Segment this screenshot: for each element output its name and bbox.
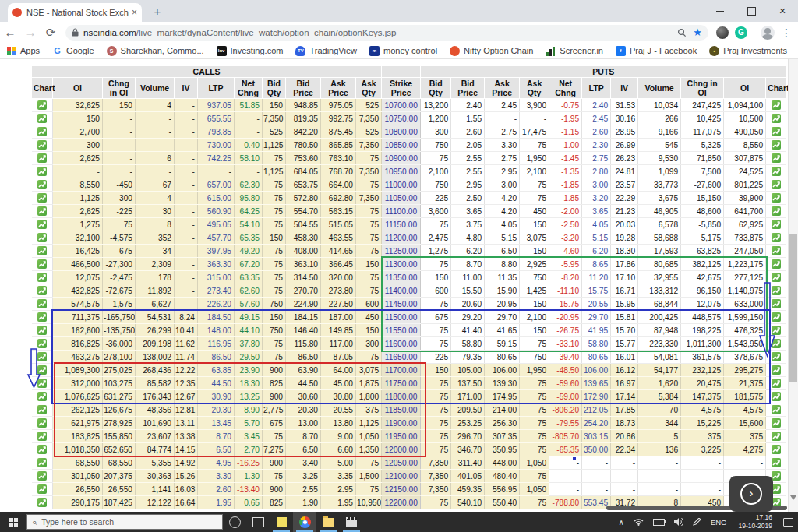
- puts-chart-icon[interactable]: [766, 125, 786, 139]
- puts-chart-icon[interactable]: [766, 178, 786, 192]
- calls-chart-icon[interactable]: [32, 496, 53, 509]
- back-button[interactable]: ←: [0, 26, 20, 39]
- calls-chart-icon[interactable]: [32, 205, 53, 218]
- chrome-button[interactable]: [293, 512, 316, 532]
- calls-chart-icon[interactable]: [32, 324, 53, 337]
- bookmark-star-icon[interactable]: ★: [693, 27, 702, 37]
- sticky-notes-button[interactable]: [270, 512, 293, 532]
- grammarly-icon[interactable]: G: [735, 26, 747, 39]
- calls-chart-icon[interactable]: [32, 443, 53, 456]
- bookmark-sharekhan[interactable]: SSharekhan, Commo...: [107, 46, 204, 56]
- puts-chart-icon[interactable]: [766, 152, 786, 165]
- calls-chart-icon[interactable]: [32, 245, 53, 258]
- bookmark-investing[interactable]: InvInvesting.com: [217, 46, 284, 56]
- task-view-button[interactable]: [246, 512, 270, 532]
- puts-chart-icon[interactable]: [766, 205, 786, 218]
- browser-tab[interactable]: NSE - National Stock Exchange o ×: [8, 3, 142, 22]
- calls-chart-icon[interactable]: [32, 417, 53, 430]
- bookmark-facebook[interactable]: fPraj J - Facebook: [616, 46, 697, 56]
- pen-icon[interactable]: [693, 518, 701, 526]
- puts-chart-icon[interactable]: [766, 351, 786, 364]
- puts-chart-icon[interactable]: [766, 456, 786, 470]
- calls-chart-icon[interactable]: [32, 112, 53, 125]
- puts-chart-icon[interactable]: [766, 377, 786, 390]
- bookmark-tradingview[interactable]: TVTradingView: [295, 46, 357, 56]
- battery-icon[interactable]: [653, 519, 665, 526]
- calls-chart-icon[interactable]: [32, 284, 53, 298]
- start-button[interactable]: [0, 512, 26, 532]
- calls-chart-icon[interactable]: [32, 139, 53, 152]
- bookmark-apps-grid[interactable]: Apps: [6, 46, 40, 55]
- close-button[interactable]: ✕: [767, 0, 798, 22]
- puts-chart-icon[interactable]: [766, 417, 786, 430]
- puts-chart-icon[interactable]: [766, 192, 786, 205]
- speaker-icon[interactable]: [674, 518, 683, 526]
- puts-chart-icon[interactable]: [766, 298, 786, 311]
- calls-chart-icon[interactable]: [32, 271, 53, 284]
- calls-chart-icon[interactable]: [32, 390, 53, 403]
- puts-chart-icon[interactable]: [766, 258, 786, 271]
- scroll-down-arrow-icon[interactable]: [790, 495, 796, 503]
- calls-chart-icon[interactable]: [32, 258, 53, 271]
- address-bar[interactable]: nseindia.com/live_market/dynaContent/liv…: [65, 25, 708, 41]
- calls-chart-icon[interactable]: [32, 470, 53, 483]
- bookmark-praj[interactable]: •Praj Investments: [709, 46, 787, 56]
- calls-chart-icon[interactable]: [32, 351, 53, 364]
- puts-chart-icon[interactable]: [766, 231, 786, 245]
- calls-chart-icon[interactable]: [32, 364, 53, 377]
- puts-chart-icon[interactable]: [766, 112, 786, 125]
- action-center-icon[interactable]: [783, 518, 793, 527]
- video-editor-button[interactable]: [340, 512, 363, 532]
- file-explorer-button[interactable]: [316, 512, 340, 532]
- calls-chart-icon[interactable]: [32, 311, 53, 324]
- browser-menu-icon[interactable]: ⋮: [781, 26, 792, 39]
- puts-chart-icon[interactable]: [766, 218, 786, 231]
- next-widget-button[interactable]: ›: [729, 476, 773, 512]
- calls-chart-icon[interactable]: [32, 456, 53, 470]
- calls-chart-icon[interactable]: [32, 483, 53, 496]
- extension-icon[interactable]: [716, 26, 729, 39]
- puts-chart-icon[interactable]: [766, 271, 786, 284]
- tab-close-icon[interactable]: ×: [132, 7, 137, 18]
- calls-chart-icon[interactable]: [32, 165, 53, 178]
- calls-chart-icon[interactable]: [32, 125, 53, 139]
- zoom-page-icon[interactable]: [677, 28, 687, 37]
- calls-chart-icon[interactable]: [32, 430, 53, 443]
- puts-chart-icon[interactable]: [766, 324, 786, 337]
- puts-chart-icon[interactable]: [766, 443, 786, 456]
- calls-chart-icon[interactable]: [32, 152, 53, 165]
- puts-chart-icon[interactable]: [766, 99, 786, 112]
- calls-chart-icon[interactable]: [32, 403, 53, 417]
- vertical-scrollbar[interactable]: [788, 59, 798, 512]
- cortana-button[interactable]: [223, 512, 246, 532]
- new-tab-button[interactable]: +: [150, 5, 165, 18]
- puts-chart-icon[interactable]: [766, 139, 786, 152]
- bookmark-screener[interactable]: Screener.in: [546, 46, 603, 56]
- puts-chart-icon[interactable]: [766, 165, 786, 178]
- calls-chart-icon[interactable]: [32, 99, 53, 112]
- puts-chart-icon[interactable]: [766, 430, 786, 443]
- tray-expand-icon[interactable]: ∧: [619, 518, 624, 527]
- calls-chart-icon[interactable]: [32, 231, 53, 245]
- forward-button[interactable]: →: [20, 26, 41, 39]
- reload-button[interactable]: ⟳: [41, 26, 61, 40]
- scrollbar-thumb[interactable]: [789, 234, 797, 382]
- bookmark-nse[interactable]: Nifty Option Chain: [450, 46, 533, 56]
- calls-chart-icon[interactable]: [32, 377, 53, 390]
- puts-chart-icon[interactable]: [766, 337, 786, 351]
- taskbar-search-input[interactable]: ⌕ Type here to search: [26, 514, 223, 530]
- puts-chart-icon[interactable]: [766, 245, 786, 258]
- puts-chart-icon[interactable]: [766, 390, 786, 403]
- minimize-button[interactable]: [704, 0, 736, 22]
- bookmark-google[interactable]: GGoogle: [52, 46, 94, 56]
- profile-avatar[interactable]: [761, 26, 775, 40]
- puts-chart-icon[interactable]: [766, 403, 786, 417]
- calls-chart-icon[interactable]: [32, 192, 53, 205]
- language-indicator[interactable]: ENG: [711, 518, 727, 527]
- puts-chart-icon[interactable]: [766, 364, 786, 377]
- puts-chart-icon[interactable]: [766, 284, 786, 298]
- calls-chart-icon[interactable]: [32, 298, 53, 311]
- wifi-icon[interactable]: [634, 518, 644, 526]
- puts-chart-icon[interactable]: [766, 311, 786, 324]
- calls-chart-icon[interactable]: [32, 178, 53, 192]
